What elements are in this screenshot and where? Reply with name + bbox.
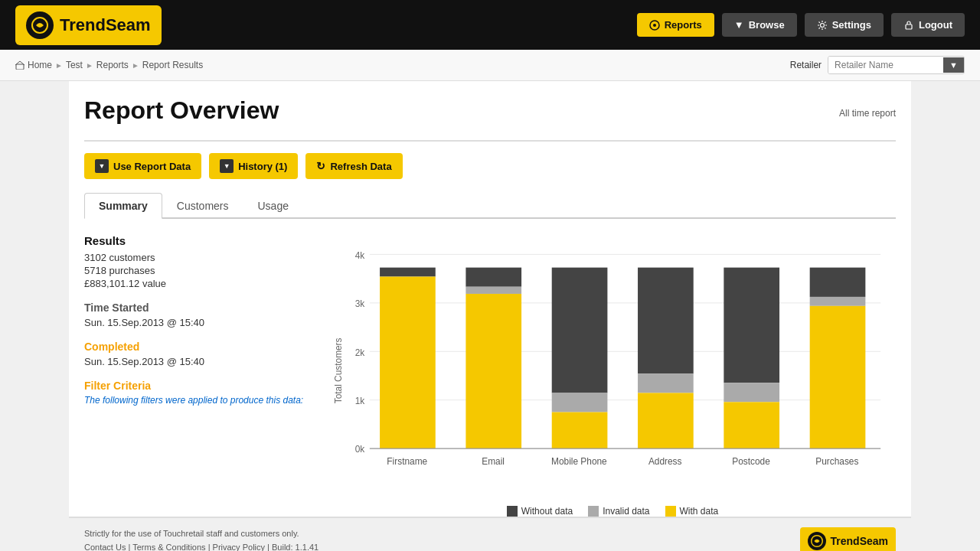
chart-panel: Total Customers 4k 3k 2k 1k 0k — [329, 234, 896, 517]
settings-button[interactable]: Settings — [805, 13, 884, 37]
svg-text:Firstname: Firstname — [387, 456, 427, 467]
main-container: Report Overview All time report ▼ Use Re… — [69, 81, 911, 517]
gear-icon — [817, 20, 828, 31]
svg-rect-29 — [638, 373, 694, 393]
results-panel: Results 3102 customers 5718 purchases £8… — [84, 234, 314, 517]
tab-summary[interactable]: Summary — [84, 193, 162, 219]
refresh-data-button[interactable]: ↻ Refresh Data — [305, 153, 402, 179]
svg-rect-25 — [552, 393, 608, 412]
footer-contact-link[interactable]: Contact Us — [84, 543, 126, 551]
footer-terms-link[interactable]: Terms & Conditions — [132, 543, 205, 551]
tabs: Summary Customers Usage — [84, 193, 896, 219]
content-area: Results 3102 customers 5718 purchases £8… — [84, 234, 896, 517]
svg-text:Email: Email — [482, 456, 505, 467]
logo: TrendSeam — [15, 5, 162, 45]
svg-text:Address: Address — [648, 456, 682, 467]
svg-text:0k: 0k — [355, 444, 365, 455]
chart-legend: Without data Invalid data With data — [329, 506, 896, 517]
legend-invalid-data-color — [588, 506, 599, 517]
use-report-data-button[interactable]: ▼ Use Report Data — [84, 153, 201, 179]
legend-invalid-data-label: Invalid data — [603, 506, 649, 517]
retailer-dropdown-arrow[interactable]: ▼ — [943, 57, 964, 73]
legend-with-data: With data — [665, 506, 719, 517]
svg-rect-4 — [906, 24, 912, 29]
customers-value: 3102 customers — [84, 252, 314, 263]
filter-criteria-label: Filter Criteria — [84, 380, 314, 392]
legend-with-data-color — [665, 506, 676, 517]
home-icon — [15, 60, 24, 70]
retailer-label: Retailer — [790, 60, 822, 70]
retailer-name-input[interactable] — [828, 57, 943, 73]
svg-text:Mobile Phone: Mobile Phone — [551, 456, 607, 467]
tab-usage[interactable]: Usage — [243, 193, 303, 219]
footer-logo: TrendSeam — [800, 527, 896, 551]
breadcrumb-report-results: Report Results — [142, 60, 203, 70]
lock-icon — [903, 20, 914, 31]
footer-text: Strictly for the use of Touchretail staf… — [84, 527, 318, 551]
svg-rect-37 — [810, 297, 866, 306]
refresh-icon: ↻ — [316, 160, 325, 172]
legend-with-data-label: With data — [680, 506, 719, 517]
page-title: Report Overview — [84, 96, 279, 125]
footer: Strictly for the use of Touchretail staf… — [69, 517, 911, 551]
use-report-data-arrow-icon: ▼ — [95, 159, 109, 173]
svg-rect-30 — [638, 393, 694, 448]
breadcrumb-reports[interactable]: Reports — [96, 60, 129, 70]
svg-rect-36 — [810, 268, 866, 297]
all-time-label: All time report — [839, 108, 896, 119]
svg-text:4k: 4k — [355, 250, 365, 261]
history-button[interactable]: ▼ History (1) — [209, 153, 298, 179]
svg-rect-34 — [724, 402, 779, 448]
filter-text: The following filters were applied to pr… — [84, 395, 314, 406]
legend-without-data: Without data — [507, 506, 573, 517]
svg-rect-33 — [724, 383, 779, 402]
retailer-select[interactable]: ▼ — [828, 56, 965, 74]
breadcrumb-home[interactable]: Home — [28, 60, 52, 70]
purchases-value: 5718 purchases — [84, 265, 314, 276]
svg-rect-5 — [16, 64, 24, 70]
logo-icon — [26, 11, 54, 39]
title-divider — [84, 140, 896, 142]
svg-text:Postcode: Postcode — [732, 456, 770, 467]
retailer-section: Retailer ▼ — [790, 56, 965, 74]
header-nav: Reports ▼ Browse Settings Logout — [637, 13, 965, 37]
footer-privacy-link[interactable]: Privacy Policy — [213, 543, 265, 551]
browse-button[interactable]: ▼ Browse — [722, 13, 797, 37]
svg-rect-18 — [380, 276, 436, 448]
svg-text:1k: 1k — [355, 396, 365, 406]
tab-customers[interactable]: Customers — [162, 193, 243, 219]
legend-invalid-data: Invalid data — [588, 506, 649, 517]
breadcrumb-bar: Home ► Test ► Reports ► Report Results R… — [0, 50, 980, 81]
footer-logo-text: TrendSeam — [831, 535, 888, 547]
completed-value: Sun. 15.Sep.2013 @ 15:40 — [84, 356, 314, 367]
svg-point-2 — [653, 24, 656, 27]
bar-chart: Total Customers 4k 3k 2k 1k 0k — [329, 234, 896, 497]
value-value: £883,101.12 value — [84, 278, 314, 289]
svg-rect-17 — [380, 268, 436, 277]
svg-rect-38 — [810, 306, 866, 448]
svg-rect-26 — [552, 412, 608, 449]
footer-links: Contact Us | Terms & Conditions | Privac… — [84, 541, 318, 551]
breadcrumb-test[interactable]: Test — [66, 60, 83, 70]
logout-button[interactable]: Logout — [891, 13, 965, 37]
svg-text:2k: 2k — [355, 347, 365, 358]
svg-rect-32 — [724, 268, 779, 383]
svg-rect-21 — [466, 287, 521, 294]
svg-point-3 — [820, 23, 824, 27]
toolbar: ▼ Use Report Data ▼ History (1) ↻ Refres… — [84, 153, 896, 179]
footer-notice: Strictly for the use of Touchretail staf… — [84, 527, 318, 541]
browse-arrow-icon: ▼ — [734, 19, 744, 31]
footer-build: Build: 1.1.41 — [272, 543, 318, 551]
svg-text:Purchases: Purchases — [815, 456, 858, 467]
breadcrumb: Home ► Test ► Reports ► Report Results — [15, 60, 203, 70]
svg-rect-28 — [638, 268, 694, 374]
svg-text:Total Customers: Total Customers — [333, 337, 344, 403]
logo-text: TrendSeam — [60, 15, 151, 35]
svg-rect-20 — [466, 268, 521, 287]
header: TrendSeam Reports ▼ Browse Settings Logo… — [0, 0, 980, 50]
svg-text:3k: 3k — [355, 298, 365, 309]
reports-button[interactable]: Reports — [637, 13, 714, 37]
svg-rect-24 — [552, 268, 608, 393]
footer-logo-icon — [808, 532, 826, 550]
time-started-value: Sun. 15.Sep.2013 @ 15:40 — [84, 317, 314, 328]
